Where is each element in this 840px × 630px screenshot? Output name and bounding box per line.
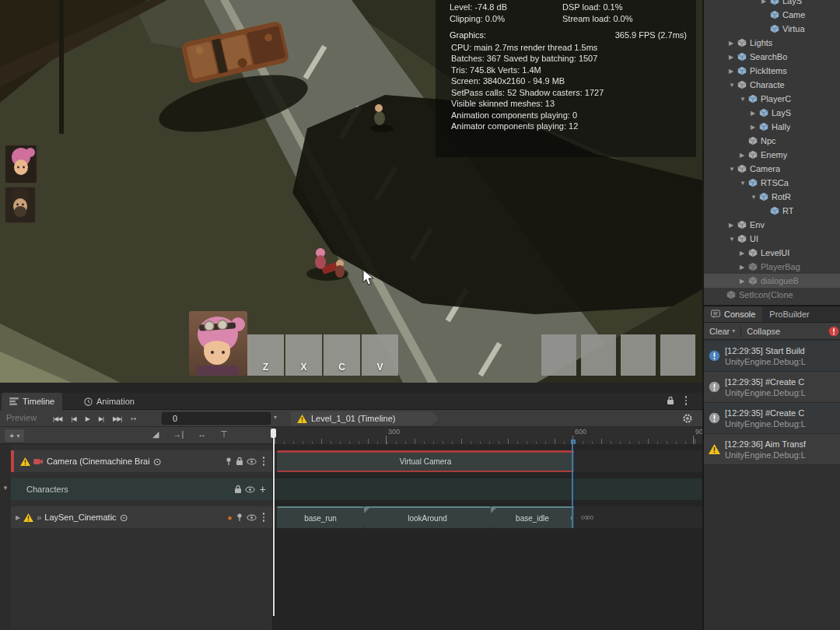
chevron-right-icon[interactable]: ▶: [740, 152, 748, 159]
chevron-right-icon[interactable]: ▶: [16, 514, 20, 521]
chevron-right-icon[interactable]: ▶: [729, 68, 737, 75]
lock-icon[interactable]: [234, 485, 242, 494]
hierarchy-item[interactable]: ▶LayS: [704, 0, 840, 8]
chevron-down-icon[interactable]: ▼: [729, 82, 737, 89]
go-to-end-button[interactable]: ▶▶|: [108, 415, 126, 422]
track-laysen-cinematic[interactable]: ▶ » LaySen_Cinematic ⊙ ●: [11, 506, 272, 528]
timeline-clip[interactable]: lookAround: [364, 506, 491, 528]
timeline-clip[interactable]: base_idle›: [491, 506, 574, 528]
chevron-right-icon[interactable]: ▶: [751, 124, 759, 131]
item-slot[interactable]: [660, 334, 695, 376]
console-log-entry[interactable]: [12:29:36] Aim TransfUnityEngine.Debug:L: [704, 434, 840, 465]
tab-animation[interactable]: Animation: [76, 393, 142, 410]
track-menu-kebab[interactable]: [260, 513, 268, 522]
chevron-down-icon[interactable]: ▾: [274, 414, 277, 421]
hierarchy-item[interactable]: ▶PickItems: [704, 64, 840, 78]
party-portrait-man[interactable]: [5, 187, 36, 223]
chevron-right-icon[interactable]: ▶: [740, 278, 748, 285]
mix-mode-icon[interactable]: ◢: [152, 429, 159, 439]
previous-frame-button[interactable]: |◀: [66, 415, 80, 422]
chevron-right-icon[interactable]: ▶: [761, 0, 770, 5]
collapse-button[interactable]: Collapse: [741, 323, 786, 339]
chevron-right-icon[interactable]: ▶: [729, 40, 737, 47]
active-character-portrait[interactable]: [189, 311, 247, 376]
next-frame-button[interactable]: ▶|: [94, 415, 108, 422]
replace-mode-icon[interactable]: ↔: [198, 429, 206, 439]
record-toggle[interactable]: ●: [227, 513, 232, 522]
timeline-clip[interactable]: base_run: [277, 506, 364, 528]
hierarchy-item[interactable]: ▶Enemy: [704, 148, 840, 162]
preview-toggle[interactable]: Preview: [6, 413, 37, 422]
ripple-mode-icon[interactable]: →|: [173, 429, 184, 439]
track-menu-kebab[interactable]: [260, 457, 268, 466]
hierarchy-item[interactable]: RT: [704, 204, 840, 218]
item-slot[interactable]: [541, 334, 576, 376]
hierarchy-item[interactable]: ▶dialogueB: [704, 274, 840, 288]
timeline-ruler[interactable]: 300600900: [272, 427, 702, 444]
eye-icon[interactable]: [247, 514, 257, 521]
hotkey-slot[interactable]: V: [362, 334, 398, 376]
track-camera[interactable]: Camera (Cinemachine Brai ⊙: [11, 450, 272, 472]
hierarchy-item[interactable]: ▼Camera: [704, 162, 840, 176]
hotkey-slot[interactable]: X: [285, 334, 322, 376]
chevron-down-icon[interactable]: ▼: [729, 236, 737, 243]
add-track-button[interactable]: +▾: [5, 429, 24, 442]
hierarchy-item[interactable]: Came: [704, 8, 840, 22]
chevron-down-icon[interactable]: ▼: [751, 194, 759, 201]
console-log-entry[interactable]: [12:29:35] #Create CUnityEngine.Debug:L: [704, 403, 840, 434]
tab-probuilder[interactable]: ProBuilder: [762, 306, 816, 322]
chevron-right-icon[interactable]: ▶: [740, 264, 748, 271]
timeline-clip[interactable]: Virtual Camera: [277, 450, 574, 472]
frame-field[interactable]: 0: [162, 412, 271, 425]
panel-menu-kebab[interactable]: [682, 396, 691, 405]
console-log-entry[interactable]: [12:29:35] Start BuildUnityEngine.Debug:…: [704, 341, 840, 372]
hierarchy-item[interactable]: ▼Characte: [704, 78, 840, 92]
hierarchy-item[interactable]: ▼RTSCa: [704, 176, 840, 190]
chevron-down-icon[interactable]: ▼: [740, 96, 748, 103]
hierarchy-item[interactable]: ▶Lights: [704, 36, 840, 50]
hierarchy-item[interactable]: Npc: [704, 134, 840, 148]
marker-toggle-icon[interactable]: ⊤: [220, 429, 228, 439]
tab-console[interactable]: Console: [704, 306, 762, 322]
console-log-entry[interactable]: [12:29:35] #Create CUnityEngine.Debug:L: [704, 372, 840, 403]
playhead-handle[interactable]: [271, 429, 276, 438]
hierarchy-item[interactable]: Virtua: [704, 22, 840, 36]
eye-icon[interactable]: [245, 486, 255, 493]
chevron-down-icon[interactable]: ▼: [740, 180, 748, 187]
hierarchy-item[interactable]: ▶PlayerBag: [704, 260, 840, 274]
error-count-badge[interactable]: 3: [828, 326, 840, 337]
gear-icon[interactable]: [682, 413, 693, 424]
hierarchy-item[interactable]: ▼RotR: [704, 190, 840, 204]
clear-button[interactable]: Clear▾: [704, 323, 740, 339]
play-range-button[interactable]: ↦: [126, 415, 140, 422]
hierarchy-item[interactable]: SetIcon(Clone: [704, 288, 840, 302]
hierarchy-item[interactable]: ▶SearchBo: [704, 50, 840, 64]
pin-icon[interactable]: [225, 457, 233, 466]
chevron-right-icon[interactable]: ▶: [751, 110, 759, 117]
party-portrait-girl[interactable]: [5, 145, 37, 184]
hierarchy-item[interactable]: ▼PlayerC: [704, 92, 840, 106]
hierarchy-item[interactable]: ▼UI: [704, 232, 840, 246]
timeline-breadcrumb[interactable]: Level_1_01 (Timeline): [291, 411, 439, 425]
scene-preview-toggle[interactable]: ⊙: [153, 457, 162, 467]
chevron-right-icon[interactable]: ▶: [729, 54, 737, 61]
item-slot[interactable]: [581, 334, 616, 376]
eye-icon[interactable]: [247, 458, 257, 465]
lock-icon[interactable]: [236, 457, 243, 466]
hierarchy-item[interactable]: ▶LevelUI: [704, 246, 840, 260]
chevron-right-icon[interactable]: ▶: [729, 222, 737, 229]
track-group-characters[interactable]: Characters +: [11, 478, 272, 500]
add-button[interactable]: +: [258, 483, 268, 495]
chevron-down-icon[interactable]: ▼: [2, 485, 9, 492]
hotkey-slot[interactable]: Z: [247, 334, 284, 376]
tab-timeline[interactable]: Timeline: [2, 393, 62, 410]
lock-icon[interactable]: [667, 396, 674, 405]
item-slot[interactable]: [621, 334, 656, 376]
go-to-start-button[interactable]: |◀◀: [48, 415, 66, 422]
hierarchy-item[interactable]: ▶LayS: [704, 106, 840, 120]
play-button[interactable]: ▶: [81, 415, 94, 422]
pin-icon[interactable]: [236, 513, 243, 522]
hierarchy-item[interactable]: ▶Env: [704, 218, 840, 232]
hotkey-slot[interactable]: C: [324, 334, 360, 376]
scene-preview-toggle[interactable]: ⊙: [120, 513, 128, 523]
